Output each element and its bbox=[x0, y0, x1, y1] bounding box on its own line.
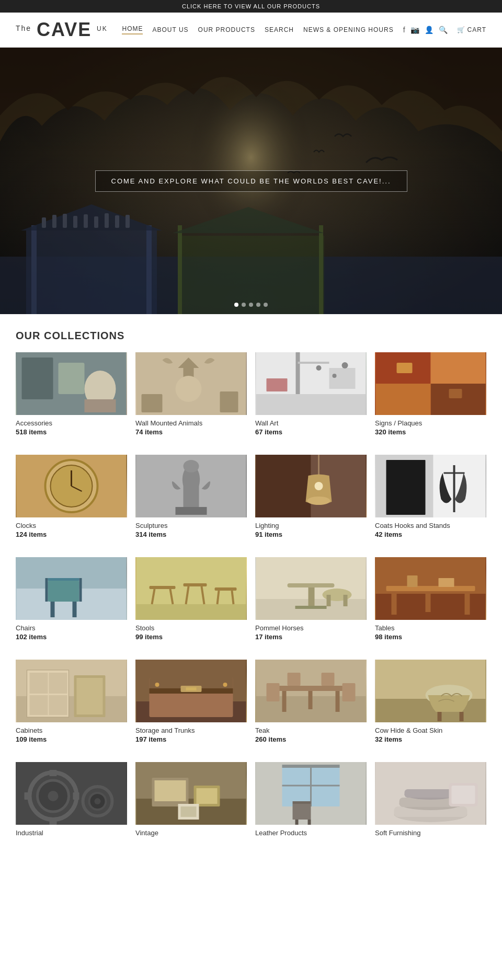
collections-row-5: Industrial bbox=[16, 762, 486, 838]
svg-rect-157 bbox=[295, 820, 299, 825]
collection-cabinets[interactable]: Cabinets 109 items bbox=[16, 660, 127, 743]
collection-sculptures[interactable]: Sculptures 314 items bbox=[135, 455, 247, 538]
hero-dot-4[interactable] bbox=[256, 303, 260, 307]
svg-rect-13 bbox=[115, 215, 119, 228]
search-icon[interactable]: 🔍 bbox=[439, 26, 448, 34]
svg-rect-19 bbox=[22, 358, 53, 399]
svg-rect-16 bbox=[178, 225, 182, 314]
svg-rect-3 bbox=[26, 230, 157, 314]
facebook-icon[interactable]: f bbox=[403, 26, 405, 34]
collection-coats-hooks[interactable]: Coats Hooks and Stands 42 items bbox=[375, 455, 486, 538]
collections-row-4: Cabinets 109 items bbox=[16, 660, 486, 743]
logo-uk: UK bbox=[97, 25, 108, 32]
collections-row-3: Chairs 102 items bbox=[16, 557, 486, 641]
collection-name-soft-furnishing: Soft Furnishing bbox=[375, 829, 486, 837]
account-icon[interactable]: 👤 bbox=[425, 26, 433, 34]
collection-count-sculptures: 314 items bbox=[135, 531, 247, 538]
top-bar-link[interactable]: CLICK HERE TO VIEW ALL OUR PRODUCTS bbox=[182, 3, 320, 9]
collection-count-cow-hide: 32 items bbox=[375, 735, 486, 743]
svg-rect-135 bbox=[50, 770, 57, 776]
collection-thumb-teak bbox=[255, 660, 367, 722]
svg-rect-42 bbox=[449, 389, 462, 398]
svg-rect-137 bbox=[25, 792, 31, 800]
collection-wall-art[interactable]: Wall Art 67 items bbox=[255, 352, 367, 436]
collection-thumb-accessories bbox=[16, 352, 127, 415]
svg-rect-72 bbox=[136, 604, 246, 620]
collection-vintage[interactable]: Vintage bbox=[135, 762, 247, 838]
svg-point-114 bbox=[155, 683, 159, 687]
svg-rect-22 bbox=[85, 399, 116, 412]
collection-name-tables: Tables bbox=[375, 624, 486, 632]
svg-rect-12 bbox=[105, 213, 109, 228]
hero-banner: COME AND EXPLORE WHAT COULD BE THE WORLD… bbox=[0, 48, 502, 314]
collection-soft-furnishing[interactable]: Soft Furnishing bbox=[375, 762, 486, 838]
collection-leather[interactable]: Leather Products bbox=[255, 762, 367, 838]
svg-rect-52 bbox=[256, 455, 311, 517]
hero-dot-5[interactable] bbox=[264, 303, 268, 307]
cart-link[interactable]: 🛒 CART bbox=[457, 26, 486, 33]
svg-rect-17 bbox=[319, 225, 323, 314]
svg-rect-66 bbox=[48, 581, 79, 602]
svg-rect-88 bbox=[327, 595, 331, 606]
collection-name-chairs: Chairs bbox=[16, 624, 127, 632]
svg-point-141 bbox=[95, 798, 101, 804]
svg-point-34 bbox=[333, 374, 337, 378]
svg-rect-86 bbox=[295, 606, 327, 609]
svg-rect-113 bbox=[186, 687, 197, 690]
svg-rect-130 bbox=[460, 712, 464, 721]
svg-rect-118 bbox=[277, 686, 345, 691]
nav-home[interactable]: HOME bbox=[122, 25, 143, 34]
collection-accessories[interactable]: Accessories 518 items bbox=[16, 352, 127, 436]
instagram-icon[interactable]: 📷 bbox=[410, 26, 419, 34]
svg-rect-5 bbox=[146, 225, 152, 314]
hero-text-box: COME AND EXPLORE WHAT COULD BE THE WORLD… bbox=[95, 170, 407, 192]
collection-signs-plaques[interactable]: Signs / Plaques 320 items bbox=[375, 352, 486, 436]
collection-count-lighting: 91 items bbox=[255, 531, 367, 538]
collection-storage-trunks[interactable]: Storage and Trunks 197 items bbox=[135, 660, 247, 743]
svg-rect-6 bbox=[42, 217, 46, 228]
svg-rect-120 bbox=[336, 691, 340, 712]
svg-rect-76 bbox=[184, 583, 207, 586]
svg-rect-124 bbox=[288, 673, 301, 686]
collection-thumb-coats-hooks bbox=[375, 455, 486, 517]
collection-stools[interactable]: Stools 99 items bbox=[135, 557, 247, 641]
collection-tables[interactable]: Tables 98 items bbox=[375, 557, 486, 641]
collections-row-1: Accessories 518 items Wall Mounte bbox=[16, 352, 486, 436]
nav-about[interactable]: ABOUT US bbox=[152, 26, 188, 33]
hero-dot-1[interactable] bbox=[234, 303, 238, 307]
collection-name-lighting: Lighting bbox=[255, 522, 367, 529]
collection-wall-mounted-animals[interactable]: Wall Mounted Animals 74 items bbox=[135, 352, 247, 436]
svg-rect-95 bbox=[426, 591, 431, 612]
collection-count-cabinets: 109 items bbox=[16, 735, 127, 743]
collection-thumb-cabinets bbox=[16, 660, 127, 722]
collection-teak[interactable]: Teak 260 items bbox=[255, 660, 367, 743]
collection-count-pommel: 17 items bbox=[255, 633, 367, 641]
nav-news[interactable]: NEWS & OPENING HOURS bbox=[303, 26, 394, 33]
svg-rect-67 bbox=[51, 602, 55, 617]
collection-cow-hide[interactable]: Cow Hide & Goat Skin 32 items bbox=[375, 660, 486, 743]
svg-rect-50 bbox=[176, 507, 207, 515]
svg-rect-136 bbox=[50, 818, 57, 825]
svg-rect-14 bbox=[126, 215, 130, 228]
collection-chairs[interactable]: Chairs 102 items bbox=[16, 557, 127, 641]
collection-name-coats: Coats Hooks and Stands bbox=[375, 522, 486, 529]
hero-dot-2[interactable] bbox=[242, 303, 246, 307]
nav-search[interactable]: SEARCH bbox=[265, 26, 294, 33]
collection-clocks[interactable]: Clocks 124 items bbox=[16, 455, 127, 538]
collection-industrial[interactable]: Industrial bbox=[16, 762, 127, 838]
collection-name-cow-hide: Cow Hide & Goat Skin bbox=[375, 727, 486, 734]
collection-lighting[interactable]: Lighting 91 items bbox=[255, 455, 367, 538]
nav-products[interactable]: OUR PRODUCTS bbox=[198, 26, 255, 33]
svg-rect-122 bbox=[267, 683, 280, 701]
svg-rect-9 bbox=[73, 216, 77, 228]
collection-thumb-wall-mounted-animals bbox=[135, 352, 247, 415]
top-bar[interactable]: CLICK HERE TO VIEW ALL OUR PRODUCTS bbox=[0, 0, 502, 13]
hero-dot-3[interactable] bbox=[249, 303, 253, 307]
collection-count-chairs: 102 items bbox=[16, 633, 127, 641]
svg-rect-20 bbox=[59, 363, 85, 394]
svg-rect-156 bbox=[293, 804, 311, 820]
collection-pommel-horses[interactable]: Pommel Horses 17 items bbox=[255, 557, 367, 641]
svg-rect-38 bbox=[431, 384, 486, 415]
logo[interactable]: The CAVE UK bbox=[16, 19, 108, 41]
main-nav: HOME ABOUT US OUR PRODUCTS SEARCH NEWS &… bbox=[122, 25, 486, 34]
